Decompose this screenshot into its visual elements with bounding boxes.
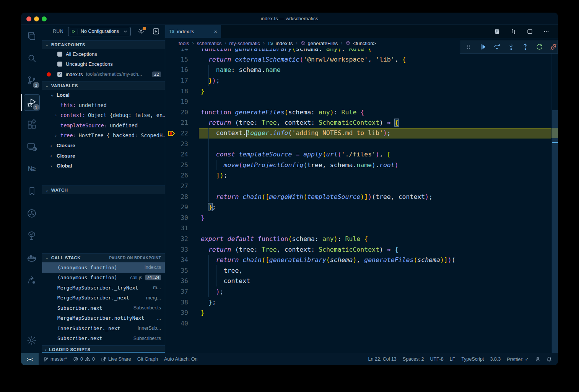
line-number[interactable]: 29 [165,203,188,211]
variable-row[interactable]: ›context:Object {debug: false, en… [42,110,165,120]
step-into-button[interactable] [507,43,515,51]
line-number[interactable]: 20 [165,109,188,116]
call-stack-frame[interactable]: MergeMapSubscriber.notifyNext... [42,313,165,324]
status-auto-attach[interactable]: Auto Attach: On [164,356,198,362]
breadcrumb-item[interactable]: generateFiles [301,41,338,46]
activity-item-explorer[interactable] [21,25,42,47]
line-number[interactable]: 15 [165,56,188,63]
status-git-graph[interactable]: Git Graph [137,356,158,362]
line-number[interactable]: 38 [165,299,188,306]
status-eol[interactable]: LF [450,356,455,362]
status-cursor-position[interactable]: Ln 22, Col 13 [368,356,396,362]
call-stack-section-header[interactable]: ⌄ CALL STACK PAUSED ON BREAKPOINT [42,253,165,262]
line-number[interactable]: 25 [165,161,188,169]
status-feedback[interactable] [535,356,540,362]
activity-item-run-and-debug[interactable]: 1 [21,91,42,114]
activity-item-remote-explorer[interactable] [21,136,42,158]
call-stack-frame[interactable]: Subscriber.nextSubscriber.ts [42,333,165,344]
status-prettier[interactable]: Prettier: ✓ [507,356,529,362]
line-number[interactable]: 18 [165,88,188,95]
more-actions-icon[interactable] [543,28,550,35]
line-number[interactable]: 23 [165,140,188,148]
code-line-18[interactable]: 18} [165,86,558,96]
compare-changes-icon[interactable] [510,28,517,35]
breakpoint-checkbox[interactable] [57,62,62,67]
chevron-icon[interactable]: › [50,143,52,148]
close-tab-icon[interactable]: × [210,28,217,35]
status-indentation[interactable]: Spaces: 2 [403,356,424,362]
overview-ruler[interactable] [551,49,558,353]
line-number[interactable]: 26 [165,172,188,179]
line-number[interactable]: 28 [165,193,188,200]
restart-button[interactable] [535,43,543,51]
activity-item-extensions[interactable] [21,114,42,136]
code-line-33[interactable]: 33 return (tree: Tree, context: Schemati… [165,244,558,255]
variable-scope-row[interactable]: ›Closure [42,151,165,161]
variables-section-header[interactable]: ⌄ VARIABLES [42,81,165,90]
call-stack-frame[interactable]: MergeMapSubscriber._tryNextm... [42,283,165,293]
line-number[interactable]: 39 [165,309,188,316]
breadcrumb-item[interactable]: <function> [345,41,376,46]
code-line-39[interactable]: 39} [165,307,558,318]
breadcrumb-item[interactable]: schematics [197,41,221,46]
status-problems[interactable]: 00 [73,356,95,362]
tab-index-ts[interactable]: TS index.ts × [165,25,221,38]
activity-item-bookmarks[interactable] [21,180,42,202]
line-number[interactable]: 14 [165,49,188,52]
line-number[interactable]: 19 [165,98,188,105]
status-live-share[interactable]: Live Share [101,356,131,362]
code-editor[interactable]: 14function generateLibrary(schema: any):… [165,49,558,353]
line-number[interactable]: 40 [165,320,188,327]
line-number[interactable]: 37 [165,288,188,295]
line-number[interactable]: 31 [165,224,188,232]
status-notifications[interactable] [546,356,552,362]
breakpoint-checkbox[interactable] [57,52,62,57]
step-over-button[interactable] [493,43,501,51]
line-number[interactable]: 33 [165,246,188,253]
code-line-40[interactable]: 40 [165,318,558,329]
line-number[interactable]: 17 [165,77,188,84]
open-changes-icon[interactable] [494,28,500,35]
variable-row[interactable]: this:undefined [42,100,165,111]
call-stack-frame[interactable]: MergeMapSubscriber._nextmerg... [42,293,165,303]
code-line-21[interactable]: 21 return (tree: Tree, context: Schemati… [165,117,558,128]
activity-item-gitlens[interactable] [21,269,42,291]
line-number[interactable]: 16 [165,66,188,73]
breakpoint-checkbox[interactable]: ✓ [57,72,62,77]
breakpoint-row[interactable]: Uncaught Exceptions [42,59,165,70]
debug-console-icon[interactable] [152,28,160,35]
code-line-29[interactable]: 29 }; [165,202,558,213]
code-line-28[interactable]: 28 return chain([mergeWith(templateSourc… [165,191,558,202]
variable-scope-row[interactable]: ›Global [42,161,165,171]
code-line-34[interactable]: 34 return chain([generateLibrary(schema)… [165,255,558,265]
code-line-16[interactable]: 16 name: schema.name [165,65,558,75]
line-number[interactable]: 34 [165,256,188,264]
split-editor-icon[interactable] [527,28,533,35]
breadcrumb-item[interactable]: my-schematic [229,41,260,46]
watch-section-header[interactable]: ⌄ WATCH [42,185,165,194]
code-line-26[interactable]: 26 ]); [165,170,558,181]
chevron-icon[interactable]: › [55,113,57,117]
line-number[interactable]: 27 [165,182,188,190]
call-stack-frame[interactable]: (anonymous function)index.ts [42,262,165,273]
scrollbar-thumb[interactable] [552,110,558,353]
start-debug-icon[interactable] [71,29,76,34]
line-number[interactable]: 36 [165,277,188,285]
code-line-31[interactable]: 31 [165,223,558,234]
remote-indicator[interactable]: >< [21,353,39,365]
breakpoint-row[interactable]: ✓index.tstools/schematics/my-sch...22 [42,69,165,80]
chevron-icon[interactable]: › [55,133,57,138]
code-line-25[interactable]: 25 move(getProjectConfig(tree, schema.na… [165,160,558,171]
variable-scope-row[interactable]: ›Closure [42,141,165,151]
code-line-22[interactable]: 22 context.logger.info('adding NOTES.md … [165,128,558,139]
continue-button[interactable] [479,43,487,51]
drag-handle[interactable] [465,43,473,51]
call-stack-frame[interactable]: (anonymous function)call.js74:24 [42,273,165,283]
disconnect-button[interactable] [550,43,558,51]
code-line-23[interactable]: 23 [165,138,558,149]
code-line-35[interactable]: 35 tree, [165,265,558,276]
line-number[interactable]: 35 [165,267,188,274]
run-configuration-dropdown[interactable]: No Configurations [68,27,131,36]
code-line-37[interactable]: 37 ); [165,286,558,297]
activity-item-git-graph-view[interactable] [21,202,42,224]
